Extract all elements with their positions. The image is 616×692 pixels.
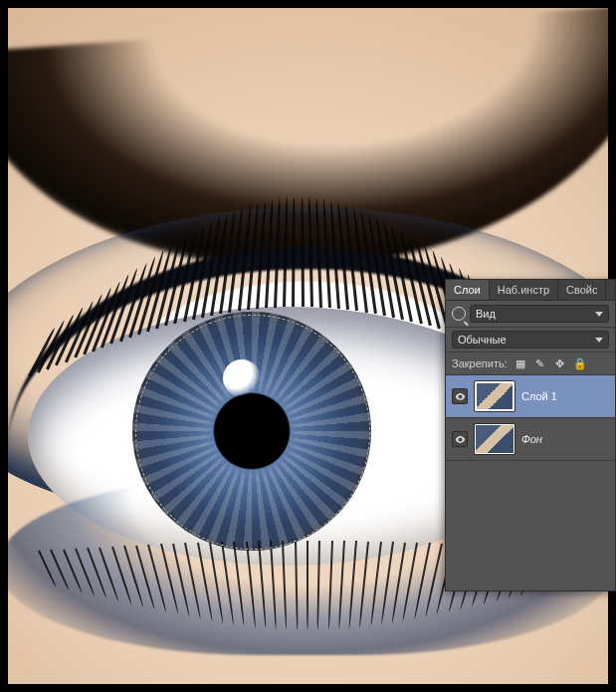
tab-layers[interactable]: Слои <box>446 280 490 300</box>
selection-marquee[interactable] <box>135 315 370 550</box>
layer-name: Фон <box>521 433 542 445</box>
blend-mode-value: Обычные <box>458 334 507 346</box>
lock-row: Закрепить: ▦ ✎ ✥ 🔒 <box>446 352 615 375</box>
layer-filter-label: Вид <box>476 308 496 320</box>
panel-spacer <box>446 461 615 590</box>
layer-row[interactable]: Слой 1 <box>446 375 615 418</box>
chevron-down-icon <box>595 338 603 343</box>
tab-adjustments[interactable]: Наб.инстр <box>490 280 558 300</box>
app-stage: Слои Наб.инстр Свойс Вид Обычные Закрепи… <box>0 0 616 692</box>
layer-list: Слой 1Фон <box>446 375 615 461</box>
chevron-down-icon <box>595 312 603 317</box>
lock-all-icon[interactable]: 🔒 <box>573 356 587 370</box>
search-icon <box>452 307 466 321</box>
blend-mode-select[interactable]: Обычные <box>452 331 609 348</box>
lock-brush-icon[interactable]: ✎ <box>533 356 547 370</box>
layer-thumbnail[interactable] <box>474 380 515 412</box>
lock-pixels-icon[interactable]: ▦ <box>513 356 527 370</box>
blend-mode-row: Обычные <box>446 328 615 352</box>
visibility-toggle[interactable] <box>452 388 468 404</box>
layer-name: Слой 1 <box>521 390 557 402</box>
layer-filter-row: Вид <box>446 301 615 328</box>
lock-position-icon[interactable]: ✥ <box>553 356 567 370</box>
layer-row[interactable]: Фон <box>446 418 615 461</box>
layers-panel: Слои Наб.инстр Свойс Вид Обычные Закрепи… <box>445 279 616 591</box>
lock-label: Закрепить: <box>452 357 508 369</box>
layer-filter-select[interactable]: Вид <box>470 305 609 323</box>
panel-tabs: Слои Наб.инстр Свойс <box>446 280 615 301</box>
tab-properties[interactable]: Свойс <box>558 280 606 300</box>
layer-thumbnail[interactable] <box>474 423 515 455</box>
visibility-toggle[interactable] <box>452 431 468 447</box>
